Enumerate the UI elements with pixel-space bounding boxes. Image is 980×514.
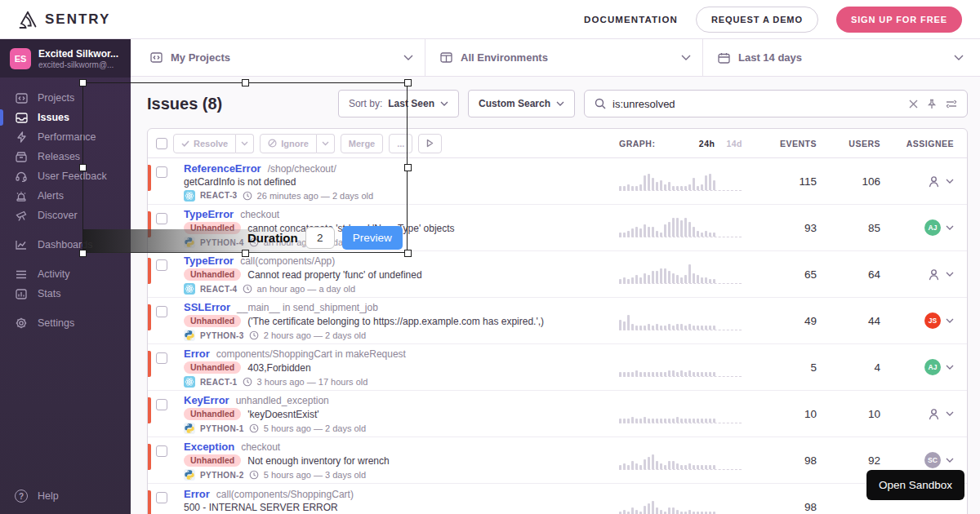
duration-input[interactable] — [305, 227, 335, 249]
sidebar-item-label: Issues — [38, 112, 69, 123]
sidebar-item-stats[interactable]: Stats — [0, 284, 131, 304]
resolve-dropdown-button[interactable] — [236, 134, 254, 153]
assignee-cell[interactable] — [895, 175, 967, 188]
issue-message: getCardInfo is not defined — [184, 176, 296, 188]
play-review-button[interactable] — [418, 134, 442, 153]
resize-handle[interactable] — [242, 250, 249, 257]
chevron-down-icon — [946, 411, 954, 416]
assignee-cell[interactable] — [895, 268, 967, 281]
resize-handle[interactable] — [404, 79, 412, 86]
assignee-cell[interactable]: JS — [895, 312, 967, 329]
unhandled-tag: Unhandled — [184, 315, 241, 327]
assignee-cell[interactable]: SC — [895, 452, 967, 468]
custom-search-label: Custom Search — [479, 98, 550, 109]
merge-button[interactable]: Merge — [341, 134, 383, 153]
issue-checkbox[interactable] — [156, 399, 167, 410]
sidebar-item-releases[interactable]: Releases — [0, 147, 131, 166]
issue-row[interactable]: SSLError__main__ in send_shipment_job Un… — [148, 298, 967, 344]
issue-title-link[interactable]: SSLError — [184, 301, 230, 313]
assignee-avatar: AJ — [924, 359, 941, 375]
daterange-filter[interactable]: Last 14 days — [702, 39, 980, 76]
capture-duration-bar: Duration Preview — [247, 226, 403, 250]
custom-search-button[interactable]: Custom Search — [468, 90, 575, 117]
assignee-cell[interactable] — [895, 407, 967, 421]
documentation-link[interactable]: DOCUMENTATION — [584, 15, 678, 24]
org-avatar: ES — [10, 48, 31, 69]
sidebar-item-issues[interactable]: Issues — [0, 108, 131, 127]
resolve-button[interactable]: Resolve — [173, 134, 236, 153]
issue-checkbox[interactable] — [156, 213, 167, 224]
issue-message: ('The certificate belonging to https://a… — [247, 316, 544, 327]
sidebar-item-settings[interactable]: Settings — [0, 313, 131, 333]
request-demo-button[interactable]: REQUEST A DEMO — [696, 7, 818, 33]
issue-checkbox[interactable] — [156, 492, 167, 503]
issue-checkbox[interactable] — [156, 306, 167, 317]
users-count: 85 — [831, 222, 895, 234]
clear-search-icon[interactable] — [909, 100, 918, 109]
issue-title-link[interactable]: Exception — [184, 441, 234, 453]
sidebar-item-label: Stats — [38, 288, 61, 299]
issue-title-link[interactable]: KeyError — [184, 394, 229, 406]
graph-range-14d[interactable]: 14d — [726, 139, 742, 148]
signup-button[interactable]: SIGN UP FOR FREE — [836, 7, 962, 33]
assignee-cell[interactable]: AJ — [895, 219, 967, 236]
issue-title-link[interactable]: TypeError — [184, 208, 234, 220]
open-sandbox-button[interactable]: Open Sandbox — [866, 470, 964, 500]
resize-handle[interactable] — [79, 250, 87, 257]
issue-row[interactable]: Errorcomponents/ShoppingCart in makeRequ… — [148, 344, 967, 391]
users-count: 44 — [831, 315, 895, 327]
sidebar-item-discover[interactable]: Discover — [0, 206, 131, 225]
resize-handle[interactable] — [79, 164, 87, 171]
resize-handle[interactable] — [242, 79, 249, 86]
issue-title-link[interactable]: ReferenceError — [184, 162, 261, 175]
issue-sparkline — [619, 166, 742, 191]
issue-title-link[interactable]: TypeError — [184, 255, 234, 267]
page-title: Issues (8) — [147, 95, 222, 113]
users-count: 64 — [831, 268, 895, 281]
environments-filter[interactable]: All Environments — [425, 39, 702, 76]
sidebar-item-help[interactable]: ? Help — [15, 490, 59, 503]
issue-title-link[interactable]: Error — [184, 488, 210, 500]
saved-searches-icon[interactable] — [946, 100, 957, 109]
events-count: 65 — [770, 268, 831, 281]
ignore-button[interactable]: Ignore — [260, 134, 317, 153]
pin-search-icon[interactable] — [927, 99, 937, 109]
issue-row[interactable]: TypeErrorcall(components/App) UnhandledC… — [148, 251, 967, 298]
issue-title-link[interactable]: Error — [184, 348, 210, 360]
sentry-logo[interactable]: SENTRY — [18, 11, 110, 29]
issue-row[interactable]: Errorcall(components/ShoppingCart) 500 -… — [148, 484, 967, 514]
more-actions-button[interactable]: ... — [389, 134, 412, 153]
issue-row[interactable]: Exceptioncheckout UnhandledNot enough in… — [148, 437, 967, 484]
users-count: 106 — [831, 175, 895, 188]
sidebar-item-activity[interactable]: Activity — [0, 264, 131, 284]
sidebar-item-user-feedback[interactable]: User Feedback — [0, 166, 131, 186]
issue-message: 500 - INTERNAL SERVER ERROR — [184, 502, 338, 513]
projects-filter[interactable]: My Projects — [131, 39, 425, 76]
resize-handle[interactable] — [404, 250, 412, 257]
sidebar-nav: ProjectsIssuesPerformanceReleasesUser Fe… — [0, 78, 131, 333]
issue-checkbox[interactable] — [156, 445, 167, 457]
sort-by-button[interactable]: Sort by: Last Seen — [338, 90, 459, 117]
issue-checkbox[interactable] — [156, 352, 167, 364]
sidebar-item-projects[interactable]: Projects — [0, 88, 131, 108]
sidebar-item-alerts[interactable]: Alerts — [0, 186, 131, 206]
sidebar-item-performance[interactable]: Performance — [0, 127, 131, 147]
unassigned-person-icon — [927, 175, 941, 188]
assignee-cell[interactable]: AJ — [895, 359, 967, 375]
ignore-dropdown-button[interactable] — [317, 134, 335, 153]
issue-checkbox[interactable] — [156, 259, 167, 271]
issue-row[interactable]: ReferenceError/shop/checkout/ getCardInf… — [148, 158, 967, 205]
resize-handle[interactable] — [79, 79, 87, 86]
org-name: Excited Silkwor... — [38, 48, 118, 60]
select-all-checkbox[interactable] — [156, 138, 167, 149]
search-input[interactable] — [612, 98, 902, 110]
org-switcher[interactable]: ES Excited Silkwor... excited-silkworm@.… — [0, 39, 131, 78]
issue-search-box[interactable] — [584, 90, 968, 117]
issue-row[interactable]: KeyErrorunhandled_exception Unhandled'ke… — [148, 391, 967, 437]
check-icon — [181, 140, 189, 147]
preview-button[interactable]: Preview — [342, 226, 403, 250]
graph-range-24h[interactable]: 24h — [699, 139, 715, 148]
calendar-icon — [718, 52, 730, 64]
resize-handle[interactable] — [404, 164, 412, 171]
issue-checkbox[interactable] — [156, 166, 167, 178]
